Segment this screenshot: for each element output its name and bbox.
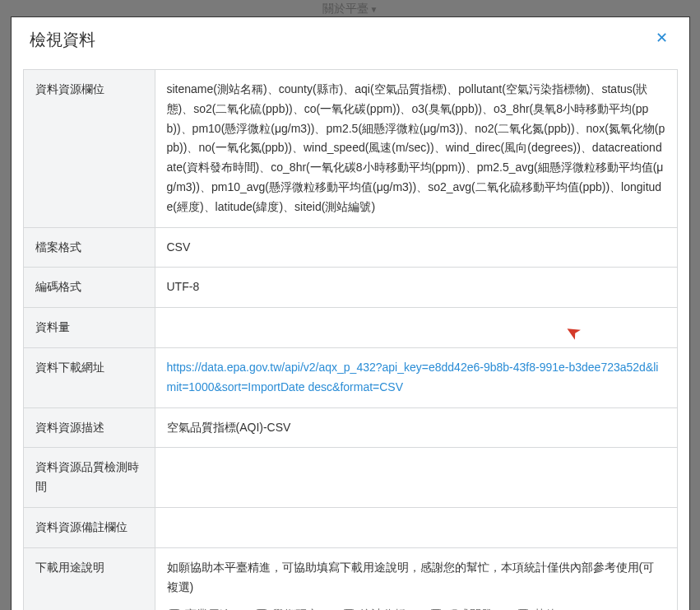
row-remark: 資料資源備註欄位 (23, 507, 677, 547)
label-remark: 資料資源備註欄位 (23, 507, 155, 547)
label-qc: 資料資源品質檢測時間 (23, 448, 155, 508)
modal-title: 檢視資料 (30, 29, 95, 51)
label-desc: 資料資源描述 (23, 407, 155, 448)
value-fields: sitename(測站名稱)、county(縣市)、aqi(空氣品質指標)、po… (155, 70, 677, 228)
row-encoding: 編碼格式 UTF-8 (23, 268, 677, 308)
download-url-link[interactable]: https://data.epa.gov.tw/api/v2/aqx_p_432… (167, 361, 659, 393)
close-button[interactable]: ✕ (652, 29, 671, 47)
checkbox-group: 商業用途 學術研究 統計分析 程式開發 (167, 605, 665, 610)
row-url: 資料下載網址 https://data.epa.gov.tw/api/v2/aq… (23, 347, 677, 407)
label-size: 資料量 (23, 308, 155, 348)
checkbox-other[interactable]: 其他 (517, 605, 557, 610)
row-qc: 資料資源品質檢測時間 (23, 448, 677, 508)
checkbox-development[interactable]: 程式開發 (430, 605, 493, 610)
background-nav: 關於平臺▼ (322, 2, 378, 16)
usage-description: 如願協助本平臺精進，可協助填寫下載用途說明，感謝您的幫忙，本項統計僅供內部參考使… (167, 558, 665, 598)
value-desc: 空氣品質指標(AQI)-CSV (155, 407, 677, 448)
label-url: 資料下載網址 (23, 347, 155, 407)
value-usage: 如願協助本平臺精進，可協助填寫下載用途說明，感謝您的幫忙，本項統計僅供內部參考使… (155, 547, 677, 610)
row-size: 資料量 (23, 308, 677, 348)
checkbox-statistics[interactable]: 統計分析 (343, 605, 406, 610)
value-remark (155, 507, 677, 547)
value-encoding: UTF-8 (155, 268, 677, 308)
checkbox-commercial[interactable]: 商業用途 (169, 605, 231, 610)
checkbox-academic[interactable]: 學術研究 (256, 605, 318, 610)
row-fields: 資料資源欄位 sitename(測站名稱)、county(縣市)、aqi(空氣品… (23, 70, 677, 228)
value-format: CSV (155, 227, 677, 268)
row-usage: 下載用途說明 如願協助本平臺精進，可協助填寫下載用途說明，感謝您的幫忙，本項統計… (23, 547, 677, 610)
label-encoding: 編碼格式 (23, 268, 155, 308)
label-usage: 下載用途說明 (23, 547, 155, 610)
value-size (155, 308, 677, 348)
data-table: 資料資源欄位 sitename(測站名稱)、county(縣市)、aqi(空氣品… (23, 69, 678, 610)
chevron-down-icon: ▼ (370, 5, 378, 14)
label-fields: 資料資源欄位 (23, 70, 155, 228)
row-format: 檔案格式 CSV (23, 227, 677, 268)
value-url: https://data.epa.gov.tw/api/v2/aqx_p_432… (155, 347, 677, 407)
value-qc (155, 448, 677, 508)
label-format: 檔案格式 (23, 227, 155, 268)
modal-dialog: 檢視資料 ✕ 資料資源欄位 sitename(測站名稱)、county(縣市)、… (11, 16, 690, 610)
row-desc: 資料資源描述 空氣品質指標(AQI)-CSV (23, 407, 677, 448)
